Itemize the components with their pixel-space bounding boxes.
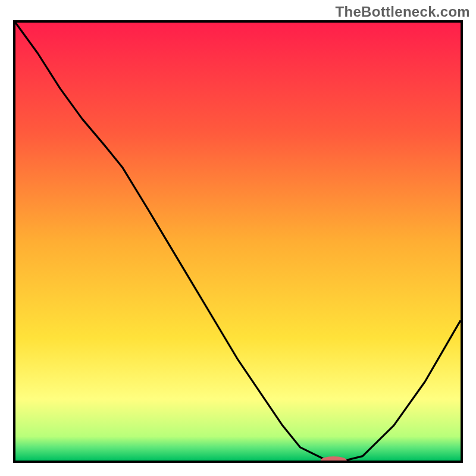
watermark-text: TheBottleneck.com: [336, 4, 470, 20]
plot-svg: [15, 23, 461, 461]
plot-background: [15, 23, 461, 461]
plot-frame: [13, 20, 463, 463]
